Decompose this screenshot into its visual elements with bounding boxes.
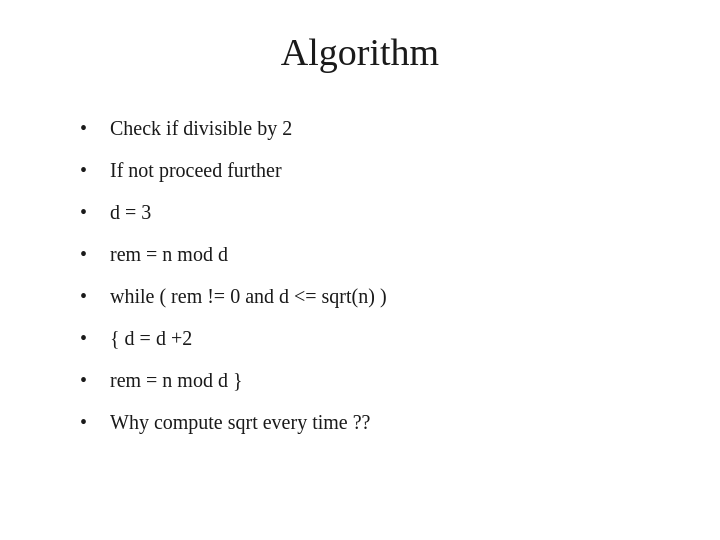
item-text-5: { d = d +2 — [110, 324, 192, 352]
list-item: •{ d = d +2 — [80, 324, 660, 352]
bullet-point: • — [80, 240, 102, 268]
bullet-point: • — [80, 114, 102, 142]
bullet-point: • — [80, 408, 102, 436]
list-item: •Why compute sqrt every time ?? — [80, 408, 660, 436]
item-text-4: while ( rem != 0 and d <= sqrt(n) ) — [110, 282, 387, 310]
bullet-point: • — [80, 282, 102, 310]
item-text-0: Check if divisible by 2 — [110, 114, 292, 142]
list-item: •while ( rem != 0 and d <= sqrt(n) ) — [80, 282, 660, 310]
item-text-6: rem = n mod d } — [110, 366, 243, 394]
bullet-point: • — [80, 366, 102, 394]
bullet-point: • — [80, 324, 102, 352]
list-item: •rem = n mod d } — [80, 366, 660, 394]
bullet-point: • — [80, 156, 102, 184]
bullet-point: • — [80, 198, 102, 226]
list-item: •Check if divisible by 2 — [80, 114, 660, 142]
item-text-3: rem = n mod d — [110, 240, 228, 268]
list-item: •If not proceed further — [80, 156, 660, 184]
page-title: Algorithm — [281, 30, 439, 74]
list-item: •d = 3 — [80, 198, 660, 226]
item-text-2: d = 3 — [110, 198, 151, 226]
item-text-7: Why compute sqrt every time ?? — [110, 408, 370, 436]
list-item: •rem = n mod d — [80, 240, 660, 268]
item-text-1: If not proceed further — [110, 156, 282, 184]
algorithm-list: •Check if divisible by 2•If not proceed … — [60, 114, 660, 450]
